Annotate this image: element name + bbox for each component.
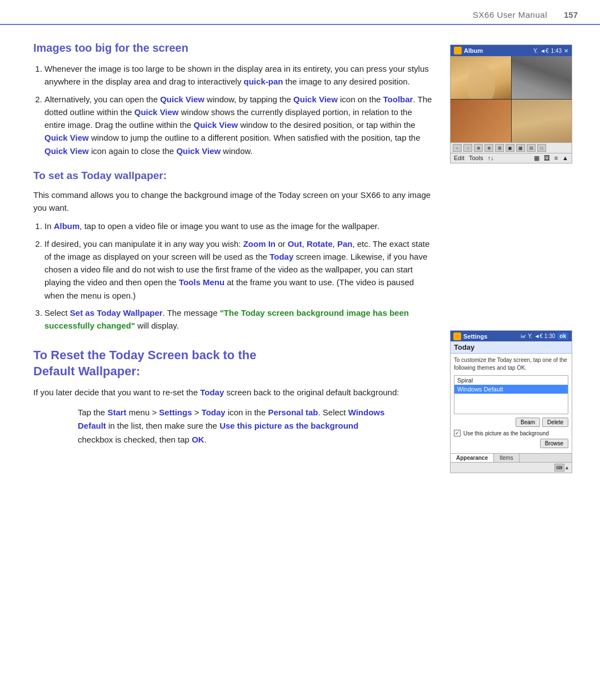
- today-link1: Today: [269, 252, 293, 261]
- browse-btn-row: Browse: [454, 439, 568, 448]
- settings-win-icon: [453, 332, 461, 340]
- today-link3: Today: [202, 408, 226, 417]
- left-column: Images too big for the screen Whenever t…: [33, 42, 433, 473]
- settings-titlebar: Settings ㎢ Y. ◄€ 1:30 ok: [451, 331, 572, 341]
- settings-actions: Beam Delete: [454, 418, 568, 427]
- section1-list: Whenever the image is too large to be sh…: [33, 62, 433, 157]
- toolbar-link: Toolbar: [383, 95, 413, 104]
- album-body: ← → ⊕ ⊗ ⊞ ▣ ▦ ⊟ □ Edit Tools ↑↓ ▦ 🖼 ≡: [451, 56, 572, 163]
- keyboard-icon[interactable]: ⌨: [554, 464, 564, 471]
- start-link: Start: [107, 408, 126, 417]
- list-item: In Album, tap to open a video file or im…: [44, 220, 433, 232]
- checkbox-label: Use this picture as the background: [463, 430, 549, 436]
- list-item: Alternatively, you can open the Quick Vi…: [44, 93, 433, 157]
- settings-link: Settings: [159, 408, 192, 417]
- quickview-link5: Quick View: [44, 133, 89, 142]
- photo-cell-2: [512, 56, 572, 99]
- section3-indented: Tap the Start menu > Settings > Today ic…: [78, 406, 389, 447]
- toolbar-icon-back[interactable]: ←: [453, 144, 462, 152]
- menu-right-icon: ▦: [534, 155, 539, 162]
- tab-items[interactable]: Items: [494, 454, 519, 462]
- quickpan-link: quick-pan: [244, 77, 283, 86]
- page-number: 157: [564, 10, 578, 19]
- album-link: Album: [54, 221, 80, 231]
- list-item: If desired, you can manipulate it in any…: [44, 237, 433, 302]
- out-link: Out: [288, 239, 302, 249]
- close-icon: ✕: [564, 48, 568, 54]
- windows-icon: [454, 47, 462, 54]
- section1-heading: Images too big for the screen: [33, 42, 433, 54]
- edit-menu[interactable]: Edit: [454, 155, 464, 162]
- page-header: SX66 User Manual 157: [0, 0, 600, 25]
- manual-title: SX66 User Manual: [473, 10, 547, 19]
- checkbox-use-picture[interactable]: ✓: [454, 430, 461, 436]
- quickview-link1: Quick View: [160, 95, 204, 104]
- personaltab-link: Personal tab: [268, 408, 318, 417]
- album-screenshot: Album Y. ◄€ 1:43 ✕ ← →: [450, 44, 572, 163]
- settings-tabs: Appearance Items: [451, 453, 572, 462]
- toolbar-icon-view[interactable]: □: [537, 144, 546, 152]
- section2-heading: To set as Today wallpaper:: [33, 170, 433, 182]
- settings-section-heading: Today: [451, 341, 572, 354]
- list-item-spiral[interactable]: Spiral: [454, 376, 568, 385]
- menu-right-icon3: ≡: [554, 155, 558, 162]
- section3-heading-line2: Default Wallpaper:: [33, 364, 140, 378]
- photo-cell-3: [451, 100, 511, 142]
- settings-screenshot: Settings ㎢ Y. ◄€ 1:30 ok Today To custom…: [450, 330, 572, 473]
- tools-menu[interactable]: Tools: [469, 155, 483, 162]
- section2-intro: This command allows you to change the ba…: [33, 188, 433, 215]
- delete-button[interactable]: Delete: [542, 418, 568, 427]
- settings-time: 1:30: [544, 333, 555, 339]
- settings-body: Today To customize the Today screen, tap…: [451, 341, 572, 473]
- toolbar-icon-zoom-in[interactable]: ⊕: [474, 144, 483, 152]
- settings-list: Spiral Windows Default: [454, 375, 568, 414]
- settings-checkbox-row: ✓ Use this picture as the background: [454, 430, 568, 436]
- section3-intro: If you later decide that you want to re-…: [33, 386, 433, 399]
- section3-heading-line1: To Reset the Today Screen back to the: [33, 348, 256, 362]
- album-title-text: Album: [464, 47, 483, 54]
- settings-desc: To customize the Today screen, tap one o…: [454, 356, 568, 372]
- quickview-link6: Quick View: [44, 146, 89, 156]
- quickview-link4: Quick View: [193, 120, 238, 130]
- pan-link: Pan: [337, 239, 353, 249]
- volume-icon: ◄€: [540, 48, 548, 54]
- toolbar-icon-fwd[interactable]: →: [463, 144, 472, 152]
- quickview-link2: Quick View: [293, 95, 338, 104]
- toolbar-icon-layout[interactable]: ⊟: [527, 144, 536, 152]
- toolbar-icon-fit[interactable]: ⊞: [495, 144, 504, 152]
- right-column: Album Y. ◄€ 1:43 ✕ ← →: [450, 42, 578, 473]
- section3-heading: To Reset the Today Screen back to the De…: [33, 347, 433, 379]
- ok-button[interactable]: ok: [557, 332, 569, 340]
- section2-list: In Album, tap to open a video file or im…: [33, 220, 433, 332]
- settings-title-left: Settings: [453, 332, 487, 340]
- browse-button[interactable]: Browse: [540, 439, 568, 448]
- settings-titlebar-icons: ㎢ Y. ◄€ 1:30 ok: [521, 332, 569, 340]
- album-title-left: Album: [454, 47, 483, 54]
- photo-cell-1: [451, 56, 511, 99]
- quickview-link3: Quick View: [134, 107, 179, 117]
- menu-arrow: ▲: [562, 155, 568, 162]
- album-titlebar: Album Y. ◄€ 1:43 ✕: [451, 45, 572, 56]
- setwallpaper-link: Set as Today Wallpaper: [70, 308, 163, 317]
- menu-icon[interactable]: ↑↓: [488, 155, 494, 162]
- toolbar-icon-zoom-out[interactable]: ⊗: [484, 144, 493, 152]
- list-item-windefault[interactable]: Windows Default: [454, 385, 568, 394]
- album-menubar: Edit Tools ↑↓ ▦ 🖼 ≡ ▲: [451, 153, 572, 163]
- toolbar-icon-grid2[interactable]: ▦: [516, 144, 525, 152]
- album-titlebar-icons: Y. ◄€ 1:43 ✕: [533, 48, 568, 54]
- beam-button[interactable]: Beam: [516, 418, 540, 427]
- today-link2: Today: [200, 388, 224, 397]
- toolbar-icon-grid1[interactable]: ▣: [506, 144, 514, 152]
- settings-wifi: Y.: [528, 333, 532, 339]
- tab-appearance[interactable]: Appearance: [451, 454, 494, 462]
- photo-cell-4: [512, 100, 572, 142]
- main-content: Images too big for the screen Whenever t…: [0, 25, 600, 490]
- up-arrow-icon: ▲: [564, 465, 569, 470]
- quickview-link7: Quick View: [176, 146, 221, 156]
- rotate-link: Rotate: [307, 239, 333, 249]
- signal-icon: Y.: [533, 48, 538, 54]
- settings-content: To customize the Today screen, tap one o…: [451, 354, 572, 453]
- time-display: 1:43: [551, 48, 562, 54]
- settings-volume: ◄€: [534, 333, 542, 339]
- menu-right-icon2: 🖼: [544, 155, 550, 162]
